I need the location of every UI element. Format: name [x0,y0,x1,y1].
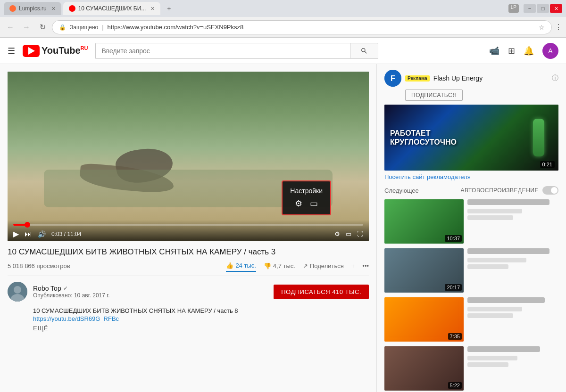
show-more-button[interactable]: ЕЩЁ [33,325,369,332]
add-to-playlist-button[interactable]: + [351,261,355,271]
video-info-4 [467,346,558,391]
ad-info-icon[interactable]: ⓘ [552,74,558,82]
ad-subscribe-button[interactable]: ПОДПИСАТЬСЯ [405,90,463,101]
settings-popup: Настройки ⚙ ▭ [282,180,331,215]
address-text: https://www.youtube.com/watch?v=uSEXN9Pk… [108,24,535,31]
video-list: 10:37 20:17 [384,199,558,391]
volume-button[interactable]: 🔊 [38,230,46,238]
user-avatar-button[interactable]: A [542,43,558,59]
dislike-button[interactable]: 👎 4,7 тыс. [264,261,295,271]
svg-text:F: F [391,74,395,82]
ad-header: F Реклама Flash Up Energy ⓘ [384,70,558,87]
play-button[interactable]: ▶ [13,229,19,238]
tab-favicon-lumpics [9,5,16,12]
settings-gear-icon[interactable]: ⚙ [295,198,302,209]
controls-row: ▶ ⏭ 🔊 0:03 / 11:04 ⚙ ▭ ⛶ [13,229,363,238]
toggle-thumb [551,187,558,194]
video-title-4 [467,346,540,352]
settings-icons-row: ⚙ ▭ [295,198,318,209]
channel-placeholder-3 [467,307,522,311]
upload-video-icon[interactable]: 📹 [489,46,499,56]
new-tab-button[interactable]: + [162,2,175,15]
settings-button[interactable]: ⚙ [334,230,340,237]
search-button[interactable] [350,43,378,59]
maximize-button[interactable]: □ [537,4,549,13]
browser-menu-button[interactable]: ⋮ [555,23,562,32]
share-icon: ↗ [303,262,308,270]
address-input[interactable]: 🔒 Защищено | https://www.youtube.com/wat… [52,20,552,34]
tab-close-youtube[interactable]: ✕ [150,6,155,12]
youtube-play-triangle [28,47,35,55]
list-item[interactable]: 20:17 [384,248,558,293]
video-controls: ▶ ⏭ 🔊 0:03 / 11:04 ⚙ ▭ ⛶ [8,220,369,241]
search-input[interactable] [95,43,350,59]
bookmark-icon[interactable]: ☆ [539,24,545,31]
list-item[interactable]: 5:22 [384,346,558,391]
main-content: Настройки ⚙ ▭ [0,64,566,392]
youtube-header: ☰ YouTubeRU 📹 ⊞ 🔔 A [0,38,566,64]
youtube-page: ☰ YouTubeRU 📹 ⊞ 🔔 A [0,38,566,392]
channel-info: Robo Top ✓ Опубликовано: 10 авг. 2017 г. [33,285,268,299]
back-button[interactable]: ← [4,21,17,34]
channel-name: Robo Top ✓ [33,285,268,292]
dislike-icon: 👎 [264,262,271,270]
views-placeholder-1 [467,215,513,220]
next-label: Следующее [384,187,419,194]
reload-button[interactable]: ↻ [36,21,49,34]
share-button[interactable]: ↗ Поделиться [303,261,344,271]
apps-grid-icon[interactable]: ⊞ [508,46,515,56]
youtube-logo[interactable]: YouTubeRU [23,45,88,57]
sidebar: F Реклама Flash Up Energy ⓘ ПОДПИСАТЬСЯ … [376,64,566,392]
notifications-bell-icon[interactable]: 🔔 [524,46,534,56]
autoplay-toggle[interactable] [542,186,558,195]
miniplayer-icon[interactable]: ▭ [310,198,318,209]
ad-thumbnail-container[interactable]: РАБОТАЕТКРУГЛОСУТОЧНО 0:21 [384,105,558,171]
dislike-count: 4,7 тыс. [273,262,295,270]
tab-favicon-youtube [69,5,75,12]
like-button[interactable]: 👍 24 тыс. [226,260,256,272]
hamburger-menu-button[interactable]: ☰ [8,46,15,56]
channel-row: Robo Top ✓ Опубликовано: 10 авг. 2017 г.… [8,282,369,302]
list-item[interactable]: 10:37 [384,199,558,244]
views-placeholder-2 [467,264,508,269]
tab-close-lumpics[interactable]: ✕ [51,6,56,12]
youtube-search-form [95,43,378,59]
list-item[interactable]: 7:35 [384,297,558,342]
video-player: Настройки ⚙ ▭ [8,72,369,241]
video-info-3 [467,297,558,342]
channel-placeholder-2 [467,258,526,262]
ad-visit-link[interactable]: Посетить сайт рекламодателя [384,173,558,180]
ad-thumbnail: РАБОТАЕТКРУГЛОСУТОЧНО 0:21 [384,105,558,171]
description-link[interactable]: https://youtu.be/dSR69G_RFBc [33,315,119,322]
video-thumb-3: 7:35 [384,297,464,342]
title-bar: Lumpics.ru ✕ 10 СУМАСШЕДШИХ БИ... ✕ + LP… [0,0,566,17]
progress-fill [13,224,27,226]
youtube-logo-icon [23,45,40,57]
close-button[interactable]: ✕ [550,4,562,13]
like-count: 24 тыс. [235,262,256,269]
skip-button[interactable]: ⏭ [25,230,32,238]
fullscreen-button[interactable]: ⛶ [357,230,363,237]
share-label: Поделиться [310,262,344,270]
minimize-button[interactable]: − [524,4,536,13]
tab-lumpics[interactable]: Lumpics.ru ✕ [4,2,61,15]
channel-avatar[interactable] [8,282,27,302]
view-count: 5 018 866 просмотров [8,262,70,270]
video-info-1 [467,199,558,244]
video-title-1 [467,199,549,205]
like-icon: 👍 [226,262,233,269]
tab-label-youtube: 10 СУМАСШЕДШИХ БИ... [78,5,146,12]
next-videos-header: Следующее АВТОВОСПРОИЗВЕДЕНИЕ [384,186,558,195]
progress-bar[interactable] [13,224,363,226]
tab-youtube[interactable]: 10 СУМАСШЕДШИХ БИ... ✕ [63,2,161,15]
bottle-shape [533,119,544,156]
ad-section: F Реклама Flash Up Energy ⓘ ПОДПИСАТЬСЯ … [384,70,558,180]
youtube-logo-text: YouTubeRU [42,45,88,56]
more-actions-button[interactable]: ••• [362,261,369,271]
miniplayer-button[interactable]: ▭ [346,230,351,237]
browser-window: Lumpics.ru ✕ 10 СУМАСШЕДШИХ БИ... ✕ + LP… [0,0,566,392]
forward-button[interactable]: → [20,21,33,34]
video-description: 10 СУМАСШЕДШИХ БИТВ ЖИВОТНЫХ СНЯТЫХ НА К… [8,307,369,332]
subscribe-button[interactable]: ПОДПИСАТЬСЯ 410 ТЫС. [274,285,369,299]
video-frame[interactable]: Настройки ⚙ ▭ [8,72,369,241]
